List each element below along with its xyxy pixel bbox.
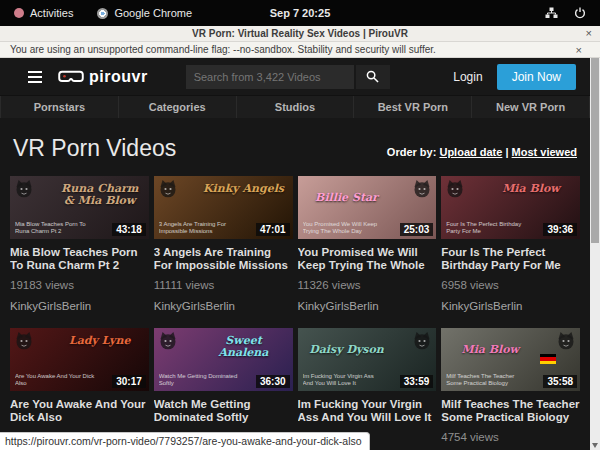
video-thumbnail[interactable]: Sweet Analena Watch Me Getting Dominated… xyxy=(154,328,293,391)
studio-link[interactable]: KinkyGirlsBerlin xyxy=(441,300,580,312)
studio-cat-logo-icon xyxy=(14,179,34,199)
nav-item-label: Studios xyxy=(275,101,315,113)
studio-link[interactable]: KinkyGirlsBerlin xyxy=(10,300,149,312)
page-head: VR Porn Videos Order by: Upload date | M… xyxy=(0,118,590,162)
thumbnail-caption: Mia Blow Teaches Porn To Runa Charm Pt 2 xyxy=(15,221,95,235)
nav-item-pornstars[interactable]: Pornstars xyxy=(0,96,119,118)
nav-item-new-vr-porn[interactable]: New VR Porn xyxy=(472,96,590,118)
thumbnail-overlay-title: Sweet Analena xyxy=(200,335,286,359)
nav-item-label: Best VR Porn xyxy=(378,101,448,113)
duration-badge: 39:36 xyxy=(543,223,577,236)
video-title-link[interactable]: Mia Blow Teaches Porn To Runa Charm Pt 2 xyxy=(10,246,149,272)
video-title-link[interactable]: Are You Awake And Your Dick Also xyxy=(10,398,149,424)
infobar-message: You are using an unsupported command-lin… xyxy=(10,44,576,55)
site-logo[interactable]: pirouvr xyxy=(58,68,148,86)
video-thumbnail[interactable]: Mia Blow Four Is The Perfect Birthday Pa… xyxy=(441,176,580,239)
site-logo-text: pirouvr xyxy=(89,68,148,86)
thumbnail-caption: Are You Awake And Your Dick Also xyxy=(15,373,95,387)
thumbnail-overlay-title: Runa Charm & Mia Blow xyxy=(57,183,143,207)
video-title-link[interactable]: 3 Angels Are Training For Impossible Mis… xyxy=(154,246,293,272)
scrollbar-down-arrow-icon[interactable] xyxy=(592,443,598,448)
join-now-button[interactable]: Join Now xyxy=(497,64,576,90)
thumbnail-caption: You Promised We Will Keep Trying The Who… xyxy=(303,221,383,235)
studio-cat-logo-icon xyxy=(445,179,465,199)
duration-badge: 36:30 xyxy=(256,375,290,388)
order-upload-date-link[interactable]: Upload date xyxy=(439,146,502,158)
order-by-label: Order by: xyxy=(387,146,437,158)
video-views: 4754 views xyxy=(441,431,580,443)
clock[interactable]: Sep 7 20:25 xyxy=(0,7,600,19)
network-icon[interactable] xyxy=(545,7,558,19)
video-views: 11326 views xyxy=(298,279,437,291)
order-most-viewed-link[interactable]: Most viewed xyxy=(512,146,577,158)
video-title-link[interactable]: You Promised We Will Keep Trying The Who… xyxy=(298,246,437,272)
duration-badge: 43:18 xyxy=(112,223,146,236)
video-title-link[interactable]: Watch Me Getting Dominated Softly xyxy=(154,398,293,424)
order-by: Order by: Upload date | Most viewed xyxy=(387,146,577,162)
window-close-icon[interactable]: × xyxy=(586,26,592,41)
search-area xyxy=(186,65,390,89)
thumbnail-caption: 3 Angels Are Training For Impossible Mis… xyxy=(159,221,239,235)
duration-badge: 35:58 xyxy=(543,375,577,388)
video-views: 6958 views xyxy=(441,279,580,291)
studio-cat-logo-icon xyxy=(412,331,432,351)
video-thumbnail[interactable]: Runa Charm & Mia Blow Mia Blow Teaches P… xyxy=(10,176,149,239)
video-thumbnail[interactable]: Mia Blow Milf Teaches The Teacher Some P… xyxy=(441,328,580,391)
video-card: Billie Star You Promised We Will Keep Tr… xyxy=(298,176,437,312)
thumbnail-caption: Watch Me Getting Dominated Softly xyxy=(159,373,239,387)
status-url-bubble: https://pirouvr.com/vr-porn-video/779325… xyxy=(0,432,370,450)
thumbnail-overlay-title: Billie Star xyxy=(304,192,390,204)
power-icon[interactable] xyxy=(574,7,586,19)
video-title-link[interactable]: Four Is The Perfect Birthday Party For M… xyxy=(441,246,580,272)
studio-cat-logo-icon xyxy=(14,331,34,351)
thumbnail-overlay-title: Lady Lyne xyxy=(57,335,143,347)
web-page: pirouvr Login Join Now Pornstars Categor… xyxy=(0,58,590,450)
german-flag-icon xyxy=(540,354,556,364)
thumbnail-caption: Four Is The Perfect Birthday Party For M… xyxy=(446,221,526,235)
duration-badge: 47:01 xyxy=(256,223,290,236)
studio-link[interactable]: KinkyGirlsBerlin xyxy=(154,300,293,312)
duration-badge: 30:17 xyxy=(112,375,146,388)
nav-item-label: Categories xyxy=(149,101,206,113)
login-link[interactable]: Login xyxy=(453,70,482,84)
duration-badge: 25:03 xyxy=(400,223,434,236)
window-titlebar: VR Porn: Virtual Reality Sex Videos | Pi… xyxy=(0,26,600,42)
video-card: Mia Blow Four Is The Perfect Birthday Pa… xyxy=(441,176,580,312)
video-title-link[interactable]: Milf Teaches The Teacher Some Practical … xyxy=(441,398,580,424)
search-button[interactable] xyxy=(356,65,390,89)
scrollbar-thumb[interactable] xyxy=(591,58,599,243)
main-nav: Pornstars Categories Studios Best VR Por… xyxy=(0,95,590,118)
video-title-link[interactable]: Im Fucking Your Virgin Ass And You Will … xyxy=(298,398,437,424)
video-card: Kinky Angels 3 Angels Are Training For I… xyxy=(154,176,293,312)
infobar-close-icon[interactable]: × xyxy=(576,44,590,56)
system-bar: Activities Google Chrome Sep 7 20:25 xyxy=(0,0,600,26)
site-header: pirouvr Login Join Now xyxy=(0,58,590,95)
video-thumbnail[interactable]: Kinky Angels 3 Angels Are Training For I… xyxy=(154,176,293,239)
studio-cat-logo-icon xyxy=(556,331,576,351)
search-input[interactable] xyxy=(186,65,354,89)
nav-item-categories[interactable]: Categories xyxy=(119,96,237,118)
studio-cat-logo-icon xyxy=(412,179,432,199)
studio-link[interactable]: KinkyGirlsBerlin xyxy=(298,300,437,312)
thumbnail-caption: Milf Teaches The Teacher Some Practical … xyxy=(446,373,526,387)
order-separator: | xyxy=(505,146,508,158)
video-thumbnail[interactable]: Billie Star You Promised We Will Keep Tr… xyxy=(298,176,437,239)
page-scrollbar[interactable] xyxy=(590,58,600,450)
video-card: Runa Charm & Mia Blow Mia Blow Teaches P… xyxy=(10,176,149,312)
thumbnail-overlay-title: Kinky Angels xyxy=(200,183,286,195)
video-grid: Runa Charm & Mia Blow Mia Blow Teaches P… xyxy=(10,176,580,450)
search-icon xyxy=(366,70,379,83)
nav-item-studios[interactable]: Studios xyxy=(237,96,355,118)
nav-item-label: New VR Porn xyxy=(496,101,565,113)
thumbnail-overlay-title: Daisy Dyson xyxy=(304,344,390,356)
window-title: VR Porn: Virtual Reality Sex Videos | Pi… xyxy=(0,28,600,39)
nav-item-best-vr-porn[interactable]: Best VR Porn xyxy=(354,96,472,118)
video-thumbnail[interactable]: Lady Lyne Are You Awake And Your Dick Al… xyxy=(10,328,149,391)
nav-item-label: Pornstars xyxy=(34,101,85,113)
menu-hamburger-icon[interactable] xyxy=(28,71,42,83)
video-thumbnail[interactable]: Daisy Dyson Im Fucking Your Virgin Ass A… xyxy=(298,328,437,391)
duration-badge: 33:59 xyxy=(400,375,434,388)
studio-cat-logo-icon xyxy=(158,179,178,199)
studio-cat-logo-icon xyxy=(158,331,178,351)
vr-goggles-icon xyxy=(58,70,84,84)
